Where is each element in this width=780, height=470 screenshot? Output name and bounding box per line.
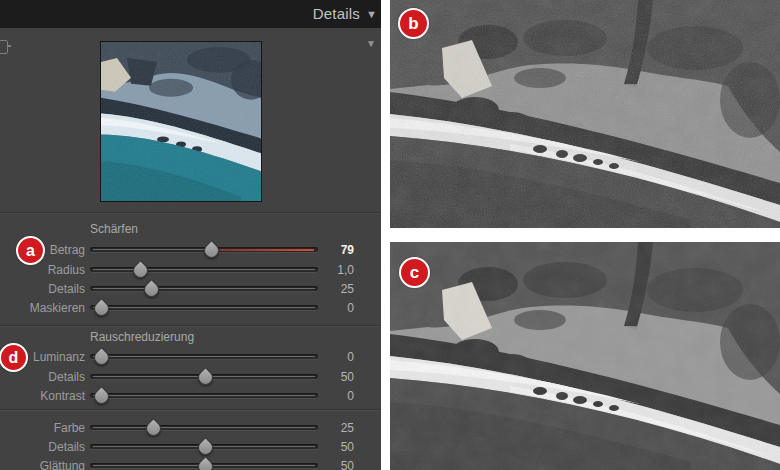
slider-value[interactable]: 50 <box>318 438 354 456</box>
slider-track[interactable] <box>90 444 318 449</box>
slider-track-line <box>93 427 315 428</box>
slider-track[interactable] <box>90 354 318 359</box>
slider-knob[interactable] <box>141 279 162 300</box>
slider-track[interactable] <box>90 463 318 468</box>
preview-collapse-icon[interactable]: ▼ <box>366 39 376 49</box>
slider-value[interactable]: 25 <box>318 419 354 437</box>
section-divider <box>0 409 381 410</box>
slider-label: Details <box>0 280 85 298</box>
detail-preview-thumbnail[interactable] <box>100 41 262 202</box>
slider-track[interactable] <box>90 425 318 430</box>
slider-row-details: Details25 <box>0 280 381 298</box>
slider-label: Radius <box>0 261 85 279</box>
slider-knob[interactable] <box>91 298 112 319</box>
slider-value[interactable]: 79 <box>318 241 354 259</box>
slider-track[interactable] <box>90 286 318 291</box>
panel-title: Details <box>313 5 360 22</box>
slider-knob[interactable] <box>143 418 164 439</box>
slider-knob[interactable] <box>91 347 112 368</box>
slider-track[interactable] <box>90 374 318 379</box>
section-divider <box>0 212 381 213</box>
slider-track[interactable] <box>90 247 318 252</box>
section-divider <box>0 325 381 326</box>
details-panel: Details ▼ ▼ SchärfenBetrag79aRadius1,0De… <box>0 0 381 470</box>
slider-track-line <box>93 307 315 308</box>
slider-track[interactable] <box>90 267 318 272</box>
photo-b-content <box>390 0 780 228</box>
slider-row-farbe: Farbe25 <box>0 419 381 437</box>
slider-red-fill <box>212 249 314 251</box>
slider-value[interactable]: 0 <box>318 387 354 405</box>
slider-row-details: Details50 <box>0 368 381 386</box>
slider-value[interactable]: 1,0 <box>318 261 354 279</box>
slider-knob[interactable] <box>91 386 112 407</box>
slider-row-betrag: Betrag79 <box>0 241 381 259</box>
slider-track-line <box>93 269 315 270</box>
panel-header[interactable]: Details ▼ <box>0 0 381 28</box>
slider-value[interactable]: 0 <box>318 299 354 317</box>
slider-row-maskieren: Maskieren0 <box>0 299 381 317</box>
slider-knob[interactable] <box>130 260 151 281</box>
slider-track-line <box>93 249 204 250</box>
group-title-1: Rauschreduzierung <box>90 330 194 344</box>
slider-knob[interactable] <box>201 240 222 261</box>
slider-track-line <box>93 288 315 289</box>
slider-value[interactable]: 25 <box>318 280 354 298</box>
slider-label: Details <box>0 368 85 386</box>
slider-track[interactable] <box>90 305 318 310</box>
slider-value[interactable]: 50 <box>318 368 354 386</box>
slider-row-kontrast: Kontrast0 <box>0 387 381 405</box>
targeted-adjustment-icon[interactable] <box>0 40 8 54</box>
badge-c: c <box>399 257 430 288</box>
slider-label: Glättung <box>0 457 85 470</box>
slider-track-line <box>93 395 315 396</box>
slider-knob[interactable] <box>195 367 216 388</box>
comparison-image-b: b <box>390 0 780 228</box>
slider-track-line <box>93 356 315 357</box>
slider-row-luminanz: Luminanz0 <box>0 348 381 366</box>
slider-label: Farbe <box>0 419 85 437</box>
slider-row-details: Details50 <box>0 438 381 456</box>
slider-label: Maskieren <box>0 299 85 317</box>
panel-collapse-icon[interactable]: ▼ <box>366 9 377 20</box>
photo-c-content <box>390 242 780 470</box>
comparison-image-c: c <box>390 242 780 470</box>
slider-value[interactable]: 0 <box>318 348 354 366</box>
slider-value[interactable]: 50 <box>318 457 354 470</box>
slider-knob[interactable] <box>195 456 216 470</box>
slider-row-glättung: Glättung50 <box>0 457 381 470</box>
slider-row-radius: Radius1,0 <box>0 261 381 279</box>
group-title-0: Schärfen <box>90 222 138 236</box>
screenshot-canvas: Details ▼ ▼ SchärfenBetrag79aRadius1,0De… <box>0 0 780 470</box>
badge-b: b <box>398 8 429 39</box>
slider-label: Kontrast <box>0 387 85 405</box>
slider-track[interactable] <box>90 393 318 398</box>
slider-label: Details <box>0 438 85 456</box>
